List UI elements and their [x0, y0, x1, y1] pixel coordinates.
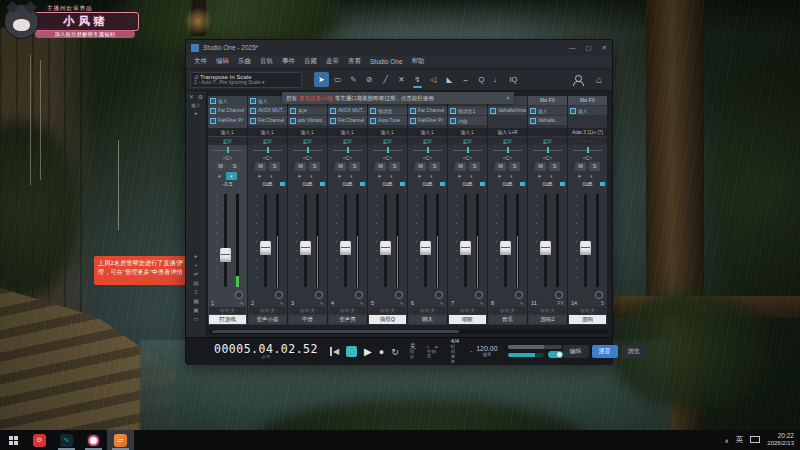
insert-slot[interactable]: Fat Channel	[208, 106, 247, 115]
record-arm-icon[interactable]: ●	[538, 173, 541, 179]
fader-handle[interactable]	[500, 241, 511, 255]
mute-button[interactable]: M	[495, 162, 506, 171]
fader-handle[interactable]	[420, 241, 431, 255]
expiry-notification-banner[interactable]: 您有 最低流量+1张 等主播口袋装扮即将过期，点击前往使用 ✕	[282, 92, 514, 104]
play-button[interactable]: ▶	[364, 346, 372, 357]
mute-button[interactable]: M	[415, 162, 426, 171]
pan-slider[interactable]	[208, 146, 247, 154]
network-icon[interactable]	[750, 436, 760, 444]
record-arm-icon[interactable]: ●	[578, 173, 581, 179]
pan-slider[interactable]	[488, 146, 527, 154]
menu-item[interactable]: Studio One	[370, 58, 403, 65]
record-arm-icon[interactable]: ●	[458, 173, 461, 179]
view-button-active[interactable]: 混音	[592, 345, 618, 358]
listen-tool[interactable]: ◁	[426, 72, 441, 87]
channel-input-routing[interactable]: 输入 L	[408, 128, 447, 136]
channel-cue[interactable]: 监听	[488, 137, 527, 145]
eraser-tool[interactable]: ⊘	[362, 72, 377, 87]
input-slot[interactable]: 输入	[568, 106, 607, 115]
ime-indicator[interactable]: 英	[736, 435, 744, 445]
channel-strip[interactable]: Mix FX输入 Adat 3 (1)+.(7) － － <C> M S ● ◐…	[568, 96, 607, 325]
pan-slider[interactable]	[528, 146, 567, 154]
fader-handle[interactable]	[300, 241, 311, 255]
loop-button[interactable]: ↻	[391, 347, 399, 357]
channel-input-routing[interactable]: 输入 L	[368, 128, 407, 136]
maximize-button[interactable]: ▢	[585, 44, 591, 52]
taskbar-red-app-button[interactable]: ⊙	[26, 430, 53, 450]
insert-slot[interactable]: AVOX MUT..	[248, 106, 287, 115]
automation-mode[interactable]: 自动 关	[489, 307, 526, 314]
automation-mode[interactable]: 自动 关	[409, 307, 446, 314]
record-arm-icon[interactable]: ●	[218, 173, 221, 179]
insert-slot[interactable]: FabFilter Pr	[208, 116, 247, 125]
banner-close-icon[interactable]: ✕	[505, 95, 510, 101]
time-display[interactable]: 00005.04.02.52 小节	[214, 343, 318, 361]
channel-cue[interactable]: 监听	[208, 137, 247, 145]
channel-name[interactable]: 混响	[569, 315, 606, 324]
input-slot[interactable]: 输入	[528, 106, 567, 115]
channel-cue[interactable]: 监听	[248, 137, 287, 145]
insert-slot[interactable]: ValhallaVinta.	[488, 106, 527, 115]
monitor-icon[interactable]: ◐	[466, 172, 477, 180]
fader-handle[interactable]	[260, 241, 271, 255]
fader-handle[interactable]	[460, 241, 471, 255]
channel-cue[interactable]: 监听	[448, 137, 487, 145]
fader-handle[interactable]	[580, 241, 591, 255]
channel-name[interactable]: 混响2	[529, 315, 566, 324]
automation-mode[interactable]: 自动 关	[569, 307, 606, 314]
channel-name[interactable]: 打游戏	[209, 315, 246, 324]
mute-button[interactable]: M	[455, 162, 466, 171]
automation-mode[interactable]: 自动 关	[289, 307, 326, 314]
gain-knob[interactable]	[515, 291, 523, 299]
insert-slot[interactable]: Fat Channel	[328, 116, 367, 125]
slot-enable-checkbox[interactable]	[250, 118, 256, 124]
automation-mode[interactable]: 自动 关	[329, 307, 366, 314]
channel-strip[interactable]: 输入Fat ChannelFabFilter Pr 输入 L 监听 <C> M …	[408, 96, 447, 325]
mute-tool[interactable]: ✕	[394, 72, 409, 87]
insert-slot[interactable]: adv Vibrato	[288, 116, 327, 125]
view-button-inactive[interactable]: 编辑	[563, 345, 589, 358]
record-arm-icon[interactable]: ●	[498, 173, 501, 179]
menu-item[interactable]: 文件	[194, 57, 207, 66]
rail-icon[interactable]: +	[194, 262, 198, 269]
pan-slider[interactable]	[248, 146, 287, 154]
record-arm-icon[interactable]: ●	[258, 173, 261, 179]
menu-item[interactable]: 走带	[326, 57, 339, 66]
monitor-icon[interactable]: ◐	[506, 172, 517, 180]
channel-cue[interactable]: 监听	[328, 137, 367, 145]
close-button[interactable]: ✕	[602, 44, 607, 52]
mute-button[interactable]: M	[375, 162, 386, 171]
monitor-icon[interactable]: ◐	[226, 172, 237, 180]
menu-item[interactable]: 乐曲	[238, 57, 251, 66]
rail-icon[interactable]: ⇄	[193, 271, 198, 278]
start-button[interactable]	[0, 430, 26, 450]
channel-name[interactable]: 音乐	[489, 315, 526, 324]
channel-input-routing[interactable]: Adat 3 (1)+.(7)	[568, 128, 607, 136]
channel-cue[interactable]: 监听	[408, 137, 447, 145]
record-arm-icon[interactable]: ●	[298, 173, 301, 179]
fader-handle[interactable]	[340, 241, 351, 255]
macro-tool[interactable]: ♩	[490, 72, 505, 87]
metronome-control[interactable]: ♩▵ 节拍器	[427, 343, 440, 359]
insert-slot[interactable]: 电话音1	[448, 106, 487, 115]
live-manager-toast[interactable]: 上周2名房管帮您进行了直播管理，可在“管理更多”中查看详情 ✕	[94, 256, 187, 285]
gain-knob[interactable]	[595, 291, 603, 299]
solo-button[interactable]: S	[229, 162, 240, 171]
fade-tool[interactable]: ◣	[442, 72, 457, 87]
stretch-tool[interactable]: ↔	[458, 72, 473, 87]
zoom-tool[interactable]: Q	[474, 72, 489, 87]
automation-mode[interactable]: 自动 关	[249, 307, 286, 314]
menu-item[interactable]: 编辑	[216, 57, 229, 66]
slot-enable-checkbox[interactable]	[370, 108, 376, 114]
rail-icon[interactable]: ▦	[193, 298, 199, 305]
monitor-icon[interactable]: ◐	[386, 172, 397, 180]
automation-mode[interactable]: 自动 关	[209, 307, 246, 314]
record-arm-icon[interactable]: ●	[378, 173, 381, 179]
channel-name[interactable]: 聊天	[409, 315, 446, 324]
channel-name[interactable]: 搞怪Q	[369, 315, 406, 324]
menu-item[interactable]: 查看	[348, 57, 361, 66]
slot-enable-checkbox[interactable]	[450, 108, 456, 114]
channel-strip[interactable]: 输入ValhallaVinta. 输入 L+R 监听 <C> M S ● ◐ 0…	[488, 96, 527, 325]
paint-tool[interactable]: ✎	[346, 72, 361, 87]
channel-name[interactable]: 变声男	[329, 315, 366, 324]
